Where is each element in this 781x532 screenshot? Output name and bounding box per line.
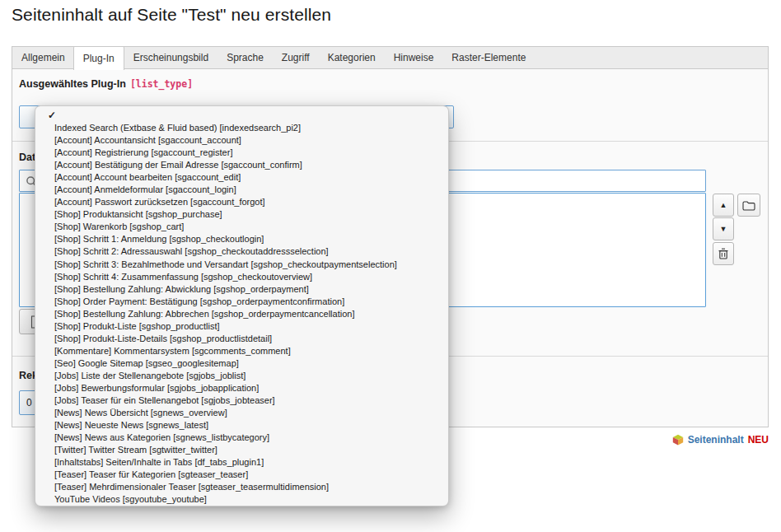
trash-icon	[718, 248, 728, 259]
dropdown-option[interactable]: [Shop] Schritt 1: Anmeldung [sgshop_chec…	[35, 233, 448, 245]
tab-zugriff[interactable]: Zugriff	[273, 47, 319, 68]
content-cube-icon	[672, 434, 684, 446]
folder-icon	[742, 200, 755, 211]
dropdown-option[interactable]: [Account] Bestätigung der Email Adresse …	[35, 159, 448, 171]
badge-record-type: Seiteninhalt	[688, 434, 744, 446]
dropdown-option[interactable]: [Teaser] Teaser für Kategorien [sgteaser…	[35, 469, 448, 481]
dropdown-option[interactable]: [Account] Account bearbeiten [sgaccount_…	[35, 171, 448, 184]
browse-records-button[interactable]	[737, 194, 760, 217]
dropdown-option[interactable]: [Account] Anmeldeformular [sgaccount_log…	[35, 184, 448, 196]
dropdown-option[interactable]: [Shop] Produkt-Liste-Details [sgshop_pro…	[35, 333, 448, 345]
dropdown-option[interactable]: [Twitter] Twitter Stream [sgtwitter_twit…	[35, 444, 448, 456]
dropdown-option[interactable]: [News] News Übersicht [sgnews_overview]	[35, 407, 448, 419]
dropdown-option[interactable]: [Seo] Google Sitemap [sgseo_googlesitema…	[35, 357, 448, 370]
dropdown-option[interactable]: [Jobs] Teaser für ein Stellenangebot [sg…	[35, 394, 448, 407]
dropdown-option[interactable]: [Account] Passwort zurücksetzen [sgaccou…	[35, 196, 448, 208]
tab-plug-in[interactable]: Plug-In	[73, 46, 124, 70]
dropdown-option[interactable]: [Shop] Schritt 2: Adressauswahl [sgshop_…	[35, 245, 448, 258]
dropdown-option[interactable]: [Shop] Order Payment: Bestätigung [sgsho…	[35, 296, 448, 308]
dropdown-option-empty[interactable]: ✓	[35, 110, 448, 122]
plugin-dropdown-popup: ✓ Indexed Search (Extbase & Fluid based)…	[35, 105, 449, 506]
dropdown-option[interactable]: [Shop] Schritt 3: Bezahlmethode und Vers…	[35, 259, 448, 271]
plugin-field-label-text: Ausgewähltes Plug-In	[19, 78, 126, 90]
dropdown-options-list: Indexed Search (Extbase & Fluid based) […	[35, 122, 448, 506]
records-field-label: Dat	[19, 152, 35, 163]
dropdown-option[interactable]: [Shop] Produkt-Liste [sgshop_productlist…	[35, 320, 448, 333]
dropdown-option[interactable]: YouTube Videos [sgyoutube_youtube]	[35, 493, 448, 506]
move-up-button[interactable]: ▲	[713, 194, 734, 217]
plugin-field-key: [list_type]	[130, 78, 193, 90]
dropdown-option[interactable]: [Kommentare] Kommentarsystem [sgcomments…	[35, 345, 448, 357]
dropdown-option[interactable]: [Shop] Warenkorb [sgshop_cart]	[35, 221, 448, 233]
dropdown-option[interactable]: [Shop] Bestellung Zahlung: Abbrechen [sg…	[35, 308, 448, 320]
arrow-up-icon: ▲	[720, 201, 727, 209]
dropdown-option[interactable]: [Shop] Produktansicht [sgshop_purchase]	[35, 208, 448, 221]
recursive-select-value: 0	[26, 397, 32, 408]
record-type-badge: Seiteninhalt NEU	[672, 434, 769, 446]
dropdown-option[interactable]: [News] Neueste News [sgnews_latest]	[35, 419, 448, 432]
dropdown-option[interactable]: [Shop] Bestellung Zahlung: Abwicklung [s…	[35, 283, 448, 296]
dropdown-option[interactable]: [Shop] Schritt 4: Zusammenfassung [sgsho…	[35, 271, 448, 283]
dropdown-option[interactable]: [Account] Registrierung [sgaccount_regis…	[35, 147, 448, 159]
tab-bar: Allgemein Plug-In Erscheinungsbild Sprac…	[12, 46, 769, 68]
tab-sprache[interactable]: Sprache	[217, 47, 273, 68]
dropdown-option[interactable]: [Inhaltstabs] Seiten/Inhalte in Tabs [df…	[35, 456, 448, 469]
badge-status: NEU	[748, 434, 769, 446]
move-down-button[interactable]: ▼	[713, 217, 734, 240]
dropdown-option[interactable]: Indexed Search (Extbase & Fluid based) […	[35, 122, 448, 134]
tab-allgemein[interactable]: Allgemein	[12, 47, 74, 68]
plugin-field-label: Ausgewähltes Plug-In[list_type]	[19, 78, 193, 90]
dropdown-option[interactable]: [News] News aus Kategorien [sgnews_listb…	[35, 432, 448, 444]
dropdown-option[interactable]: [Teaser] Mehrdimensionaler Teaser [sgtea…	[35, 481, 448, 493]
dropdown-option[interactable]: [Jobs] Liste der Stellenangebote [sgjobs…	[35, 370, 448, 382]
dropdown-option[interactable]: [Account] Accountansicht [sgaccount_acco…	[35, 134, 448, 147]
tab-raster-elemente[interactable]: Raster-Elemente	[442, 47, 535, 68]
tab-erscheinungsbild[interactable]: Erscheinungsbild	[124, 47, 217, 68]
page-title: Seiteninhalt auf Seite "Test" neu erstel…	[12, 5, 331, 25]
arrow-down-icon: ▼	[720, 225, 727, 233]
remove-button[interactable]	[713, 242, 734, 265]
dropdown-option[interactable]: [Jobs] Bewerbungsformular [sgjobs_jobapp…	[35, 382, 448, 394]
tab-kategorien[interactable]: Kategorien	[319, 47, 385, 68]
tab-hinweise[interactable]: Hinweise	[385, 47, 443, 68]
